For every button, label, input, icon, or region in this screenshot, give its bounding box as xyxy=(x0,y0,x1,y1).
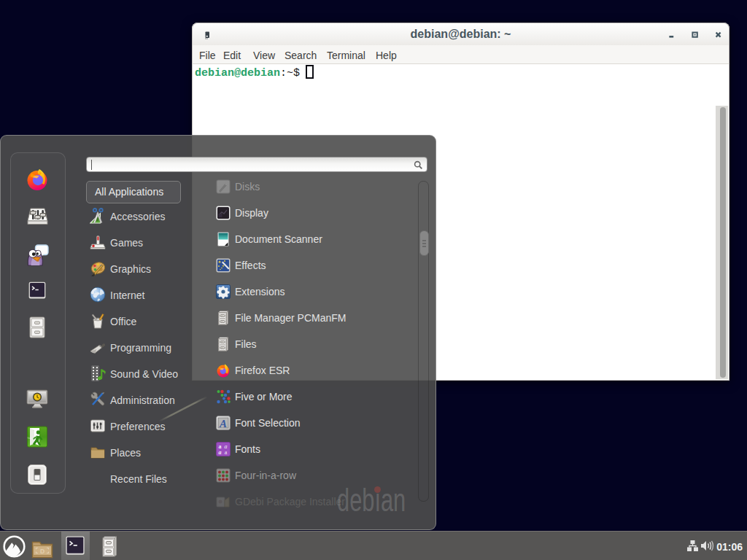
svg-text:D: D xyxy=(40,548,44,555)
